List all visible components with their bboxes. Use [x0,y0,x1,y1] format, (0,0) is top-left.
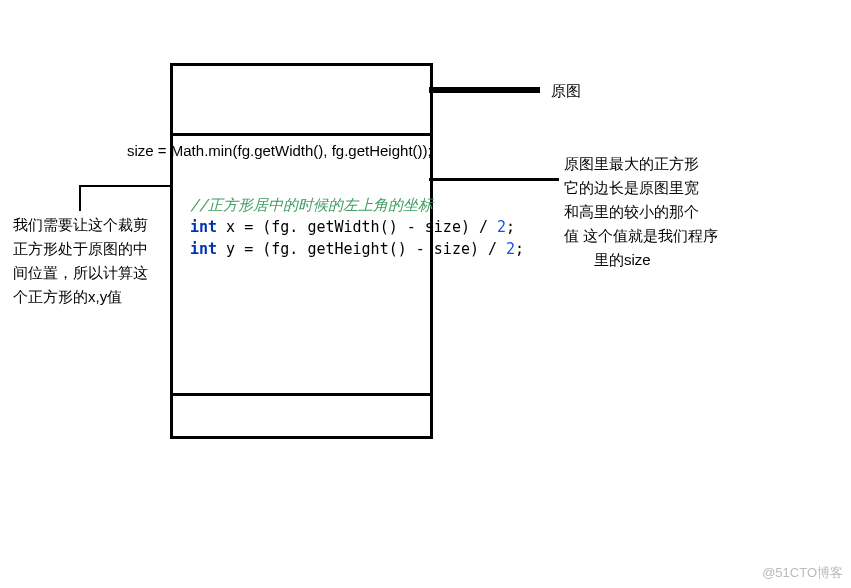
x-semi: ; [506,218,515,236]
kw-int-x: int [190,218,217,236]
code-comment: //正方形居中的时候的左上角的坐标 [190,196,433,214]
note-left-l3: 间位置，所以计算这 [13,261,148,285]
y-num: 2 [506,240,515,258]
note-right-l3: 和高里的较小的那个 [564,200,718,224]
code-block: //正方形居中的时候的左上角的坐标 int x = (fg. getWidth(… [190,194,524,260]
note-right-l1: 原图里最大的正方形 [564,152,718,176]
note-left-l4: 个正方形的x,y值 [13,285,148,309]
pointer-line-original [429,87,540,93]
note-left-l2: 正方形处于原图的中 [13,237,148,261]
kw-int-y: int [190,240,217,258]
size-formula: size = Math.min(fg.getWidth(), fg.getHei… [127,142,432,159]
note-right: 原图里最大的正方形 它的边长是原图里宽 和高里的较小的那个 值 这个值就是我们程… [564,152,718,272]
square-crop-rect [170,133,433,396]
note-left: 我们需要让这个裁剪 正方形处于原图的中 间位置，所以计算这 个正方形的x,y值 [13,213,148,309]
note-left-l1: 我们需要让这个裁剪 [13,213,148,237]
size-prefix: size = [127,142,171,159]
watermark: @51CTO博客 [762,564,843,582]
x-expr: x = (fg. getWidth() - size) / [217,218,497,236]
y-expr: y = (fg. getHeight() - size) / [217,240,506,258]
note-right-l4: 值 这个值就是我们程序 [564,224,718,248]
note-right-l5: 里的size [564,248,718,272]
x-num: 2 [497,218,506,236]
pointer-line-left-v [79,185,81,211]
size-call: Math.min(fg.getWidth(), fg.getHeight()); [171,142,432,159]
pointer-line-left-h [80,185,172,187]
label-original-image: 原图 [551,82,581,101]
y-semi: ; [515,240,524,258]
pointer-line-square [429,178,559,181]
note-right-l2: 它的边长是原图里宽 [564,176,718,200]
